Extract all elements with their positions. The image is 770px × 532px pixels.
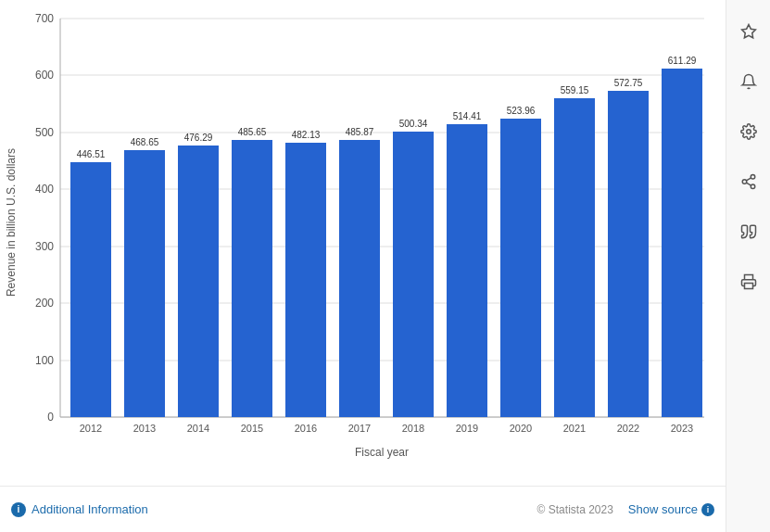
svg-text:523.96: 523.96 — [507, 106, 536, 116]
star-button[interactable] — [732, 15, 765, 48]
svg-line-6 — [746, 178, 751, 181]
chart-container: 0 100 200 300 400 500 600 700 Revenue in… — [0, 0, 770, 532]
chart-area: 0 100 200 300 400 500 600 700 Revenue in… — [0, 0, 726, 532]
svg-text:500: 500 — [35, 126, 54, 139]
svg-text:400: 400 — [35, 183, 54, 196]
svg-text:2016: 2016 — [295, 423, 317, 434]
show-source-label: Show source — [628, 502, 698, 516]
svg-rect-7 — [744, 284, 752, 289]
svg-text:572.75: 572.75 — [614, 78, 643, 88]
svg-text:0: 0 — [47, 411, 54, 424]
chart-footer: i Additional Information © Statista 2023… — [0, 486, 726, 532]
bar-2017 — [339, 140, 380, 417]
bar-2019 — [447, 124, 487, 417]
svg-text:2017: 2017 — [348, 423, 371, 434]
svg-point-4 — [751, 184, 755, 189]
svg-text:2012: 2012 — [80, 423, 102, 434]
svg-text:300: 300 — [35, 240, 54, 253]
svg-text:Revenue in billion U.S. dollar: Revenue in billion U.S. dollars — [5, 148, 18, 297]
svg-text:559.15: 559.15 — [561, 85, 589, 95]
copyright-text: © Statista 2023 — [537, 503, 613, 516]
quote-button[interactable] — [732, 215, 765, 248]
svg-text:482.13: 482.13 — [292, 130, 321, 140]
svg-text:2020: 2020 — [510, 423, 532, 434]
svg-text:100: 100 — [35, 354, 54, 367]
bar-2018 — [393, 132, 434, 417]
svg-text:500.34: 500.34 — [399, 119, 428, 129]
bar-2016 — [285, 143, 326, 417]
svg-marker-0 — [741, 25, 755, 38]
svg-text:2021: 2021 — [563, 423, 586, 434]
footer-right: © Statista 2023 Show source i — [537, 502, 714, 516]
svg-text:611.29: 611.29 — [668, 56, 697, 66]
print-button[interactable] — [732, 265, 765, 298]
svg-text:2013: 2013 — [133, 423, 156, 434]
svg-text:200: 200 — [35, 297, 54, 310]
bar-2013 — [124, 150, 165, 417]
svg-text:2015: 2015 — [241, 423, 263, 434]
svg-point-3 — [742, 180, 747, 184]
svg-text:476.29: 476.29 — [184, 133, 213, 143]
info-icon: i — [11, 502, 26, 517]
svg-text:2022: 2022 — [617, 423, 639, 434]
svg-text:2023: 2023 — [671, 423, 693, 434]
bar-2023 — [662, 69, 702, 417]
bar-2021 — [554, 98, 595, 417]
svg-text:600: 600 — [35, 69, 54, 82]
additional-info-link[interactable]: i Additional Information — [11, 502, 148, 517]
svg-line-5 — [746, 183, 751, 185]
bar-chart: 0 100 200 300 400 500 600 700 Revenue in… — [0, 0, 726, 473]
bell-button[interactable] — [732, 65, 765, 98]
bar-2012 — [70, 162, 111, 417]
bar-2015 — [232, 140, 272, 417]
svg-text:2018: 2018 — [402, 423, 424, 434]
bar-2022 — [608, 91, 649, 417]
source-info-icon: i — [701, 503, 714, 516]
svg-text:700: 700 — [35, 12, 54, 25]
share-button[interactable] — [732, 165, 765, 198]
additional-info-label: Additional Information — [32, 502, 148, 516]
svg-text:2014: 2014 — [187, 423, 209, 434]
svg-text:446.51: 446.51 — [77, 149, 106, 159]
svg-point-1 — [746, 130, 751, 134]
svg-text:468.65: 468.65 — [131, 137, 159, 147]
svg-text:2019: 2019 — [456, 423, 478, 434]
gear-button[interactable] — [732, 115, 765, 148]
show-source-link[interactable]: Show source i — [628, 502, 714, 516]
svg-text:485.65: 485.65 — [238, 127, 267, 137]
svg-text:Fiscal year: Fiscal year — [355, 446, 409, 459]
svg-text:514.41: 514.41 — [453, 111, 482, 121]
bar-2020 — [500, 119, 541, 417]
bar-2014 — [178, 146, 219, 417]
sidebar-icons — [726, 0, 770, 532]
svg-text:485.87: 485.87 — [346, 127, 374, 137]
svg-point-2 — [751, 175, 755, 180]
